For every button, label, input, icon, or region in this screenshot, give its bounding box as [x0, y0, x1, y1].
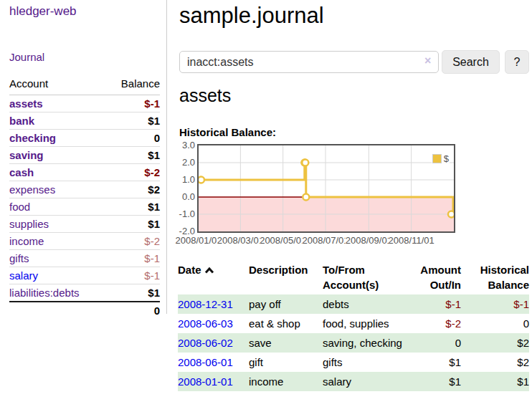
account-name-cell: liabilities:debts [9, 284, 106, 302]
account-row: income$-2 [9, 233, 160, 250]
transaction-row: 2008-06-01giftgifts$1$2 [178, 353, 529, 372]
x-axis-tick-label: 2008/09/01 [346, 235, 392, 246]
account-link[interactable]: expenses [9, 183, 55, 196]
account-link[interactable]: bank [9, 115, 34, 127]
page-title: sample.journal [179, 3, 324, 29]
account-link[interactable]: salary [9, 269, 38, 282]
y-axis-tick-label: 3.0 [171, 140, 195, 150]
legend-label: $ [444, 153, 449, 164]
app-brand-link[interactable]: hledger-web [9, 4, 77, 19]
transactions-column-header[interactable]: Date [178, 260, 249, 294]
sort-ascending-icon [204, 267, 214, 274]
transaction-balance: $1 [461, 372, 529, 391]
account-name-cell: assets [9, 95, 106, 112]
transaction-balance: $2 [461, 333, 529, 353]
page-root: { "sidebar": { "brand": "hledger-web", "… [0, 0, 532, 417]
sidebar-item-journal[interactable]: Journal [9, 51, 44, 63]
x-axis-tick-label: 2008/07/01 [302, 235, 348, 246]
account-name-cell: food [9, 198, 106, 216]
account-name-cell: expenses [9, 181, 106, 198]
transaction-date-link[interactable]: 2008-01-01 [178, 375, 233, 388]
legend-swatch [432, 154, 442, 163]
transaction-balance: $2 [461, 353, 529, 372]
accounts-header-account: Account [9, 75, 106, 95]
account-row: gifts$-1 [9, 250, 160, 267]
transaction-date-cell: 2008-06-01 [178, 353, 249, 372]
chart-data-point [303, 194, 309, 201]
account-balance: $1 [106, 284, 160, 302]
transaction-amount: $-1 [418, 294, 461, 314]
transaction-description: pay off [249, 294, 323, 314]
transaction-accounts: salary [323, 372, 418, 391]
transactions-table: DateDescriptionTo/From Account(s)Amount … [178, 260, 529, 391]
balance-chart: $ [197, 144, 455, 233]
account-balance: $1 [106, 198, 160, 216]
transaction-row: 2008-01-01incomesalary$1$1 [178, 372, 529, 391]
search-button[interactable]: Search [442, 50, 500, 74]
y-axis-tick-label: 0.0 [171, 191, 195, 202]
accounts-total-value: 0 [9, 302, 160, 319]
transaction-description: eat & shop [249, 314, 323, 333]
account-name-cell: salary [9, 267, 106, 284]
account-row: checking0 [9, 130, 160, 147]
x-axis-tick-label: 2008/11/01 [389, 235, 434, 246]
transaction-row: 2008-06-02savesaving, checking0$2 [178, 333, 529, 353]
account-name-cell: gifts [9, 250, 106, 267]
transaction-balance: $-1 [461, 294, 529, 314]
accounts-table-header: Account Balance [9, 75, 160, 95]
account-link[interactable]: gifts [9, 252, 29, 264]
account-name-cell: cash [9, 164, 106, 181]
transaction-date-link[interactable]: 2008-06-01 [178, 356, 233, 368]
chart-legend: $ [432, 153, 450, 165]
transaction-accounts: gifts [323, 353, 418, 372]
account-link[interactable]: supplies [9, 218, 49, 230]
transaction-amount: $-2 [418, 314, 461, 333]
y-axis-tick-label: -1.0 [171, 208, 195, 219]
transaction-balance: 0 [461, 314, 529, 333]
transaction-description: income [249, 372, 323, 391]
account-balance: $-1 [106, 250, 160, 267]
account-row: saving$1 [9, 147, 160, 164]
account-row: cash$-2 [9, 164, 160, 181]
search-help-button[interactable]: ? [505, 50, 529, 74]
transaction-date-link[interactable]: 2008-12-31 [178, 298, 233, 310]
x-axis-tick-label: 2008/01/01 [175, 235, 222, 246]
chart-data-point [199, 177, 204, 183]
transaction-amount: 0 [418, 333, 461, 353]
transactions-column-header: To/From Account(s) [323, 260, 418, 294]
account-balance: $-1 [106, 95, 160, 112]
account-link[interactable]: assets [9, 97, 43, 110]
account-link[interactable]: income [9, 235, 44, 247]
transaction-accounts: food, supplies [323, 314, 418, 333]
transaction-date-cell: 2008-06-03 [178, 314, 249, 333]
account-name-cell: checking [9, 130, 106, 147]
x-axis-tick-label: 2008/03/01 [217, 235, 264, 246]
transaction-date-link[interactable]: 2008-06-02 [178, 337, 233, 349]
chart-data-point [302, 160, 308, 166]
account-link[interactable]: cash [9, 166, 34, 178]
account-row: expenses$2 [9, 181, 160, 198]
account-link[interactable]: saving [9, 149, 44, 161]
search-input[interactable] [179, 51, 439, 73]
account-balance: $-2 [106, 164, 160, 181]
account-link[interactable]: checking [9, 132, 56, 144]
account-heading: assets [179, 85, 231, 106]
transaction-accounts: saving, checking [323, 333, 418, 353]
account-link[interactable]: liabilities:debts [9, 287, 80, 299]
account-link[interactable]: food [9, 201, 30, 213]
chart-plot-area [199, 145, 454, 231]
sidebar: hledger-web Journal Account Balance asse… [0, 0, 167, 314]
clear-search-icon[interactable]: × [424, 55, 431, 67]
account-balance: $-2 [106, 233, 160, 250]
transaction-date-link[interactable]: 2008-06-03 [178, 317, 233, 330]
transaction-date-cell: 2008-06-02 [178, 333, 249, 353]
x-axis-tick-label: 2008/05/01 [260, 235, 306, 246]
account-row: salary$-1 [9, 267, 160, 284]
account-row: liabilities:debts$1 [9, 284, 160, 302]
y-axis-tick-label: 2.0 [171, 157, 195, 168]
transactions-header-row: DateDescriptionTo/From Account(s)Amount … [178, 260, 529, 294]
chart-data-point [448, 211, 454, 218]
transaction-row: 2008-06-03eat & shopfood, supplies$-20 [178, 314, 529, 333]
account-name-cell: saving [9, 147, 106, 164]
transactions-column-header: Description [249, 260, 323, 294]
